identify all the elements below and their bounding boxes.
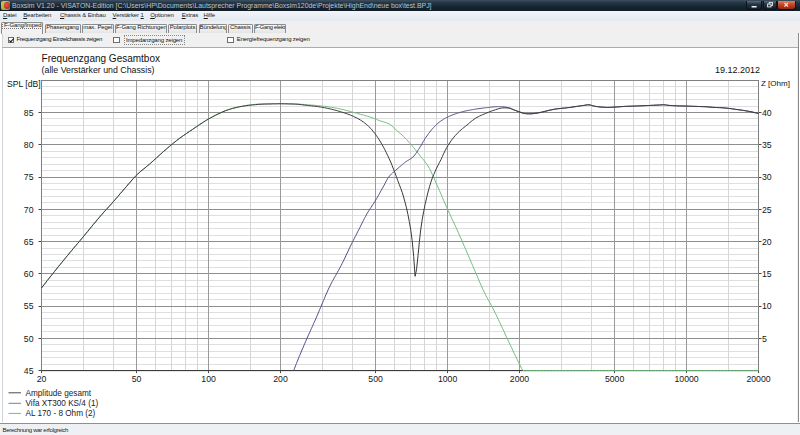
svg-text:20: 20 — [37, 374, 47, 384]
svg-text:30: 30 — [762, 172, 772, 182]
svg-text:25: 25 — [762, 205, 772, 215]
svg-text:50: 50 — [24, 334, 34, 344]
svg-text:20: 20 — [762, 237, 772, 247]
svg-text:80: 80 — [24, 140, 34, 150]
svg-text:45: 45 — [24, 366, 34, 376]
svg-text:70: 70 — [24, 205, 34, 215]
svg-text:500: 500 — [368, 374, 383, 384]
svg-text:1000: 1000 — [438, 374, 457, 384]
svg-text:65: 65 — [24, 237, 34, 247]
svg-text:200: 200 — [273, 374, 288, 384]
svg-text:15: 15 — [762, 269, 772, 279]
svg-text:5: 5 — [762, 334, 767, 344]
svg-text:10000: 10000 — [675, 374, 699, 384]
svg-text:10: 10 — [762, 301, 772, 311]
svg-text:55: 55 — [24, 301, 34, 311]
svg-text:20000: 20000 — [746, 374, 770, 384]
svg-text:AL 170 - 8 Ohm (2): AL 170 - 8 Ohm (2) — [26, 409, 96, 418]
svg-text:5000: 5000 — [605, 374, 624, 384]
svg-text:35: 35 — [762, 140, 772, 150]
svg-text:40: 40 — [762, 108, 772, 118]
svg-text:Amplitude gesamt: Amplitude gesamt — [26, 389, 92, 398]
svg-text:85: 85 — [24, 108, 34, 118]
svg-text:50: 50 — [132, 374, 142, 384]
svg-text:75: 75 — [24, 172, 34, 182]
svg-text:100: 100 — [201, 374, 216, 384]
svg-text:Vifa XT300 KS/4 (1): Vifa XT300 KS/4 (1) — [26, 399, 99, 408]
svg-text:2000: 2000 — [510, 374, 529, 384]
svg-text:60: 60 — [24, 269, 34, 279]
